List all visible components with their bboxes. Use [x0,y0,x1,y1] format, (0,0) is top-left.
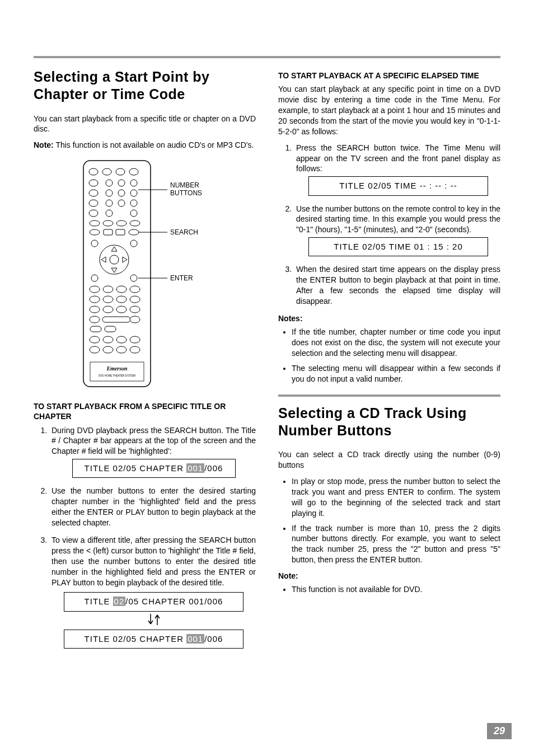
display-text: TITLE [85,597,113,606]
list-item: If the track number is more than 10, pre… [292,523,500,566]
svg-point-9 [89,190,98,196]
display-highlight: 001 [186,463,204,473]
step-text: Use the number buttons on the remote con… [296,204,500,234]
svg-point-39 [103,286,113,293]
svg-point-36 [91,275,98,281]
svg-point-59 [90,346,100,353]
svg-point-62 [130,346,140,353]
callout-search: SEARCH [170,228,198,236]
heading-line: Selecting a Start Point by [34,68,256,86]
osd-display-swap: TITLE 02/05 CHAPTER 001/006 TITLE 02/05 … [64,592,243,649]
subhead-title-chapter: TO START PLAYBACK FROM A SPECIFIC TITLE … [34,401,256,421]
remote-svg: Emerson DVD HOME THEATER SYSTEM NUMBERBU… [78,156,212,391]
list-item: To view a different title, after pressin… [49,535,256,649]
svg-point-43 [103,296,113,303]
svg-point-27 [129,229,139,235]
svg-point-23 [130,220,140,226]
cd-intro: You can select a CD track directly using… [278,449,500,471]
subhead-elapsed-time: TO START PLAYBACK AT A SPECIFIC ELAPSED … [278,71,500,81]
svg-point-29 [130,240,137,247]
svg-point-58 [130,336,140,343]
svg-point-37 [130,275,137,281]
svg-point-11 [118,190,125,196]
time-intro: You can start playback at any specific p… [278,84,500,137]
svg-rect-51 [102,317,130,322]
callout-enter: ENTER [170,274,193,282]
svg-point-18 [106,210,113,217]
svg-point-7 [118,180,125,186]
osd-display-time-blank: TITLE 02/05 TIME -- : -- : -- [308,176,488,195]
notes-list: If the title number, chapter number or t… [278,327,500,384]
svg-point-28 [91,240,98,247]
remote-diagram: Emerson DVD HOME THEATER SYSTEM NUMBERBU… [34,156,256,391]
display-text: /05 CHAPTER 001/006 [125,597,223,606]
svg-point-1 [89,168,98,175]
svg-point-19 [130,210,137,217]
list-item: The selecting menu will disappear within… [292,363,500,384]
svg-point-60 [103,346,113,353]
svg-point-17 [89,210,98,217]
svg-point-16 [130,200,137,206]
svg-point-14 [106,200,113,206]
svg-point-45 [130,296,140,303]
svg-point-61 [116,346,127,353]
svg-point-8 [130,180,137,186]
top-rule [34,56,500,58]
svg-point-21 [103,220,113,226]
svg-point-13 [89,200,98,206]
content-columns: Selecting a Start Point by Chapter or Ti… [34,68,500,655]
svg-point-46 [90,306,100,313]
svg-rect-53 [90,326,101,332]
display-text: TITLE 02/05 CHAPTER [85,634,187,644]
note-text: This function is not available on audio … [55,140,254,149]
heading-line: Number Buttons [278,422,500,439]
svg-point-20 [90,220,100,226]
svg-point-44 [116,296,127,303]
svg-point-24 [90,229,100,235]
swap-arrows-icon [64,612,243,630]
page-number: 29 [487,723,512,739]
callout-number-buttons: NUMBERBUTTONS [170,181,202,197]
heading-start-point: Selecting a Start Point by Chapter or Ti… [34,68,256,104]
section-rule [278,395,500,397]
svg-point-40 [116,286,127,293]
list-item: Press the SEARCH button twice. The Time … [294,143,500,196]
osd-display-time-filled: TITLE 02/05 TIME 01 : 15 : 20 [308,237,488,256]
remote-sub-text: DVD HOME THEATER SYSTEM [99,374,135,377]
left-column: Selecting a Start Point by Chapter or Ti… [34,68,256,655]
svg-rect-25 [104,229,113,235]
svg-point-2 [102,168,111,175]
remote-brand-text: Emerson [106,365,128,372]
svg-point-42 [90,296,100,303]
list-item: During DVD playback press the SEARCH but… [49,425,256,478]
step-text: To view a different title, after pressin… [51,536,256,587]
note-label: Note: [34,140,54,149]
list-item: In play or stop mode, press the number b… [292,476,500,519]
osd-display-chapter: TITLE 02/05 CHAPTER 001/006 [72,459,236,478]
svg-point-47 [103,306,113,313]
osd-display-chapter-hl: TITLE 02/05 CHAPTER 001/006 [64,630,243,649]
svg-point-3 [116,168,125,175]
list-item: Use the number buttons to enter the desi… [49,486,256,528]
svg-point-12 [130,190,137,196]
list-item: Use the number buttons on the remote con… [294,204,500,257]
svg-point-38 [90,286,100,293]
svg-point-4 [129,168,138,175]
svg-point-22 [116,220,127,226]
svg-point-5 [89,180,98,186]
list-item: When the desired start time appears on t… [294,264,500,307]
step-text: During DVD playback press the SEARCH but… [51,426,256,456]
display-highlight: 001 [186,634,204,644]
svg-rect-54 [105,326,116,332]
list-item: This function is not available for DVD. [292,584,500,595]
svg-point-6 [106,180,113,186]
svg-point-57 [116,336,127,343]
cd-bullets: In play or stop mode, press the number b… [278,476,500,565]
note-line: Note: This function is not available on … [34,140,256,151]
svg-point-48 [116,306,127,313]
title-chapter-steps: During DVD playback press the SEARCH but… [34,425,256,649]
svg-point-10 [106,190,113,196]
step-text: Press the SEARCH button twice. The Time … [296,143,500,173]
svg-point-52 [130,316,140,323]
svg-point-50 [90,316,100,323]
